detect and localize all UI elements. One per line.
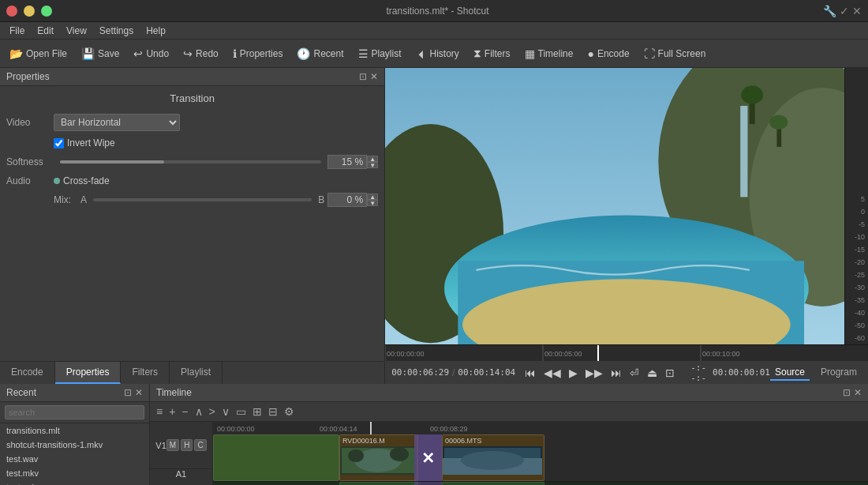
playlist-icon: ☰ (358, 47, 369, 60)
svg-point-29 (390, 447, 409, 461)
out-point-button[interactable]: ⊡ (662, 365, 678, 381)
timeline-detach-icon[interactable]: ⊡ (843, 387, 851, 398)
video-clip-1[interactable]: RVD00016.M (339, 434, 418, 481)
source-tab[interactable]: Source (770, 365, 810, 381)
tab-playlist[interactable]: Playlist (170, 362, 223, 384)
history-label: History (430, 48, 459, 59)
tl-settings-button[interactable]: ⚙ (284, 405, 294, 418)
detach-icon[interactable]: ⊡ (359, 71, 367, 82)
next-frame-button[interactable]: ▶▶ (582, 365, 606, 381)
mix-down-button[interactable]: ▼ (367, 200, 378, 206)
timeline-toolbar: ≡ + − ∧ > ∨ ▭ ⊞ ⊟ ⚙ (150, 402, 868, 422)
tl-remove-button[interactable]: − (181, 405, 188, 418)
fullscreen-label: Full Screen (658, 48, 706, 59)
timeline-scrubber[interactable]: 00:00:00:00 00:00:05:00 00:00:10:00 (385, 344, 868, 360)
window-title: transitions.mlt* - Shotcut (386, 6, 488, 17)
video-clip-2[interactable]: 00006.MTS (442, 434, 544, 481)
tl-insert-button[interactable]: + (169, 405, 175, 418)
recent-item-3[interactable]: test.mkv (0, 466, 149, 480)
prev-frame-button[interactable]: ◀◀ (541, 365, 564, 381)
tl-overwrite-button[interactable]: > (209, 405, 215, 418)
audio-label: Audio (6, 175, 54, 186)
playlist-label: Playlist (372, 48, 402, 59)
recent-button[interactable]: 🕐 Recent (290, 44, 350, 63)
svg-text:00:00:04:14: 00:00:04:14 (320, 425, 357, 433)
skip-start-button[interactable]: ⏮ (522, 365, 539, 381)
tab-filters[interactable]: Filters (121, 362, 170, 384)
menu-settings[interactable]: Settings (93, 24, 140, 38)
mix-up-button[interactable]: ▲ (367, 194, 378, 200)
skip-end-button[interactable]: ⏭ (608, 365, 625, 381)
tl-append-button[interactable]: ≡ (156, 405, 163, 418)
softness-row: Softness 15 % ▲ ▼ (6, 155, 378, 169)
play-button[interactable]: ▶ (566, 365, 581, 381)
track-c-button[interactable]: C (194, 439, 206, 451)
timeline-button[interactable]: ▦ Timeline (518, 44, 580, 63)
tab-properties[interactable]: Properties (55, 362, 122, 384)
audio-clip-2[interactable] (442, 482, 544, 485)
close-button[interactable] (6, 6, 17, 17)
program-tab[interactable]: Program (816, 365, 862, 381)
current-time: 00:00:06:29 (391, 367, 449, 378)
menu-file[interactable]: File (3, 24, 31, 38)
mix-slider[interactable] (93, 198, 312, 201)
softness-down-button[interactable]: ▼ (367, 162, 378, 168)
track-m-button[interactable]: M (166, 439, 179, 451)
properties-button[interactable]: ℹ Properties (226, 44, 290, 63)
softness-track[interactable] (60, 160, 321, 164)
close-panel-icon[interactable]: ✕ (370, 71, 378, 82)
source-program-tabs: Source Program (770, 365, 862, 381)
encode-button[interactable]: ● Encode (581, 44, 635, 63)
undo-button[interactable]: ↩ Undo (127, 44, 175, 63)
tab-encode[interactable]: Encode (0, 362, 55, 384)
svg-point-9 (742, 86, 764, 104)
svg-point-28 (348, 449, 364, 462)
video-clip-bg[interactable] (213, 434, 339, 481)
in-point-button[interactable]: ⏏ (644, 365, 660, 381)
menu-help[interactable]: Help (140, 24, 172, 38)
save-button[interactable]: 💾 Save (75, 44, 125, 63)
timeline-header-icons: ⊡ ✕ (843, 387, 862, 398)
track-h-button[interactable]: H (181, 439, 193, 451)
video-preview-panel: 5 0 -5 -10 -15 -20 -25 -30 -35 -40 -50 -… (385, 68, 868, 384)
timeline-panel-title: Timeline (156, 387, 192, 398)
filters-label: Filters (485, 48, 511, 59)
audio-clip-1[interactable] (339, 482, 418, 485)
tl-snap-button[interactable]: ⊞ (253, 405, 262, 418)
invert-wipe-checkbox[interactable] (54, 138, 64, 149)
history-button[interactable]: ⏴ History (410, 44, 466, 63)
loop-button[interactable]: ⏎ (627, 365, 642, 381)
recent-item-2[interactable]: test.wav (0, 452, 149, 466)
mix-spinner: ▲ ▼ (367, 194, 378, 206)
svg-point-11 (769, 115, 788, 130)
menu-view[interactable]: View (60, 24, 93, 38)
transition-overlay[interactable]: ✕ (414, 434, 442, 481)
tl-split-button[interactable]: ▭ (236, 405, 246, 418)
video-type-select[interactable]: Bar Horizontal Bar Vertical Barn Door Di… (54, 114, 180, 131)
maximize-button[interactable] (41, 6, 52, 17)
tl-replace-button[interactable]: ∨ (222, 405, 230, 418)
recent-item-4[interactable]: test.avi (0, 480, 149, 485)
timeline-close-icon[interactable]: ✕ (854, 387, 862, 398)
invert-wipe-label: Invert Wipe (67, 137, 115, 149)
search-input-wrap (0, 402, 149, 423)
playlist-button[interactable]: ☰ Playlist (352, 44, 408, 63)
search-input[interactable] (5, 405, 144, 419)
open-file-button[interactable]: 📂 Open File (3, 44, 73, 63)
recent-close-icon[interactable]: ✕ (135, 387, 143, 398)
minimize-button[interactable] (24, 6, 35, 17)
fullscreen-button[interactable]: ⛶ Full Screen (638, 44, 713, 63)
vol-m5: -5 (845, 218, 868, 231)
menu-edit[interactable]: Edit (31, 24, 60, 38)
filters-button[interactable]: ⧗ Filters (467, 43, 517, 63)
softness-up-button[interactable]: ▲ (367, 156, 378, 162)
timeline-content: V1 M H C A1 (150, 422, 868, 485)
redo-button[interactable]: ↪ Redo (177, 44, 225, 63)
recent-detach-icon[interactable]: ⊡ (124, 387, 132, 398)
recent-item-1[interactable]: shotcut-transitions-1.mkv (0, 438, 149, 452)
open-file-icon: 📂 (9, 47, 23, 60)
track-labels: V1 M H C A1 (150, 422, 213, 485)
recent-item-0[interactable]: transitions.mlt (0, 423, 149, 438)
tl-lift-button[interactable]: ∧ (195, 405, 203, 418)
tl-link-button[interactable]: ⊟ (268, 405, 278, 418)
